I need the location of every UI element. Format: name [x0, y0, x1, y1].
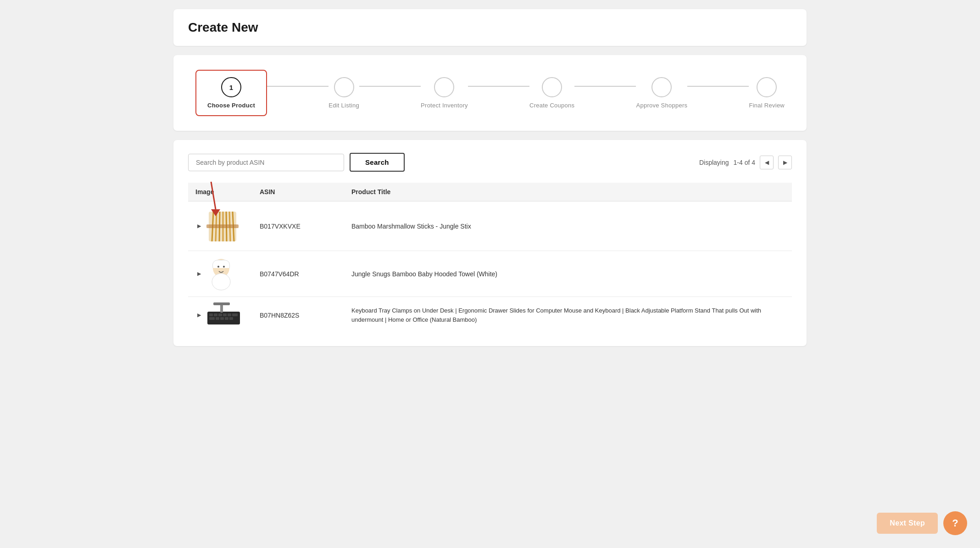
- table-header-row: Image ASIN Product Title: [188, 183, 792, 201]
- svg-rect-19: [223, 313, 227, 316]
- col-asin: ASIN: [252, 183, 344, 201]
- search-button[interactable]: Search: [350, 153, 405, 172]
- stepper-card: 1 Choose Product Edit Listing Protect In…: [173, 55, 807, 131]
- stepper-row: 1 Choose Product Edit Listing Protect In…: [195, 70, 785, 116]
- prev-page-button[interactable]: ◀: [760, 156, 774, 169]
- next-page-button[interactable]: ▶: [778, 156, 792, 169]
- step-2-label: Edit Listing: [329, 102, 359, 109]
- step-2[interactable]: Edit Listing: [329, 77, 359, 109]
- step-6-label: Final Review: [749, 102, 785, 109]
- title-cell-2: Jungle Snugs Bamboo Baby Hooded Towel (W…: [344, 251, 792, 297]
- svg-point-12: [212, 274, 230, 290]
- title-cell-3: Keyboard Tray Clamps on Under Desk | Erg…: [344, 297, 792, 334]
- svg-point-14: [223, 266, 225, 268]
- asin-cell-2: B0747V64DR: [252, 251, 344, 297]
- svg-rect-21: [232, 313, 238, 316]
- connector-5-6: [687, 86, 749, 87]
- page-range: 1-4 of 4: [734, 159, 755, 166]
- page-title: Create New: [188, 20, 792, 35]
- svg-rect-25: [225, 317, 228, 320]
- step-2-circle: [334, 77, 354, 97]
- asin-cell-1: B017VXKVXE: [252, 201, 344, 251]
- help-icon: ?: [952, 517, 958, 529]
- next-step-wrapper: Next Step ?: [877, 511, 967, 535]
- connector-2-3: [359, 86, 421, 87]
- search-bar: Search Displaying 1-4 of 4 ◀ ▶: [188, 153, 792, 172]
- connector-1-2: [267, 86, 329, 87]
- svg-rect-17: [214, 313, 217, 316]
- next-step-button[interactable]: Next Step: [877, 513, 938, 534]
- svg-rect-23: [216, 317, 219, 320]
- step-6-circle: [757, 77, 777, 97]
- header-card: Create New: [173, 9, 807, 46]
- arrow-annotation: [202, 179, 229, 216]
- expand-row-1[interactable]: ▶: [195, 221, 203, 231]
- image-cell-1: ▶: [188, 201, 252, 251]
- step-5-label: Approve Shoppers: [636, 102, 687, 109]
- table-row[interactable]: ▶: [188, 201, 792, 251]
- step-3-circle: [434, 77, 454, 97]
- step-4-label: Create Coupons: [529, 102, 574, 109]
- pagination-info: Displaying 1-4 of 4 ◀ ▶: [699, 156, 792, 169]
- connector-3-4: [468, 86, 529, 87]
- svg-rect-22: [209, 317, 215, 320]
- step-3-label: Protect Inventory: [421, 102, 468, 109]
- svg-rect-24: [220, 317, 224, 320]
- product-image-baby-towel: [206, 257, 236, 291]
- help-button[interactable]: ?: [943, 511, 967, 535]
- step-4-circle: [542, 77, 562, 97]
- step-3[interactable]: Protect Inventory: [421, 77, 468, 109]
- step-5[interactable]: Approve Shoppers: [636, 77, 687, 109]
- step-4[interactable]: Create Coupons: [529, 77, 574, 109]
- image-cell-2: ▶: [188, 251, 252, 297]
- step-1-circle: 1: [221, 77, 241, 97]
- svg-rect-26: [229, 317, 233, 320]
- svg-rect-10: [206, 224, 239, 228]
- product-image-keyboard-tray: [206, 302, 241, 328]
- svg-point-13: [217, 266, 219, 268]
- svg-marker-1: [211, 209, 220, 216]
- step-5-circle: [651, 77, 672, 97]
- connector-4-5: [574, 86, 636, 87]
- svg-rect-20: [228, 313, 231, 316]
- step-6[interactable]: Final Review: [749, 77, 785, 109]
- product-table: Image ASIN Product Title ▶: [188, 183, 792, 333]
- displaying-label: Displaying: [699, 159, 729, 166]
- svg-rect-28: [213, 302, 230, 305]
- svg-line-0: [211, 182, 216, 209]
- title-cell-1: Bamboo Marshmallow Sticks - Jungle Stix: [344, 201, 792, 251]
- expand-row-3[interactable]: ▶: [195, 310, 203, 320]
- table-row[interactable]: ▶: [188, 251, 792, 297]
- table-row[interactable]: ▶: [188, 297, 792, 334]
- search-input[interactable]: [188, 154, 344, 171]
- expand-row-2[interactable]: ▶: [195, 269, 203, 279]
- step-1[interactable]: 1 Choose Product: [195, 70, 267, 116]
- svg-rect-18: [218, 313, 222, 316]
- main-card: Search Displaying 1-4 of 4 ◀ ▶ Image ASI…: [173, 140, 807, 346]
- svg-rect-16: [209, 313, 213, 316]
- asin-cell-3: B07HN8Z62S: [252, 297, 344, 334]
- image-cell-3: ▶: [188, 297, 252, 334]
- col-title: Product Title: [344, 183, 792, 201]
- step-1-label: Choose Product: [207, 102, 255, 109]
